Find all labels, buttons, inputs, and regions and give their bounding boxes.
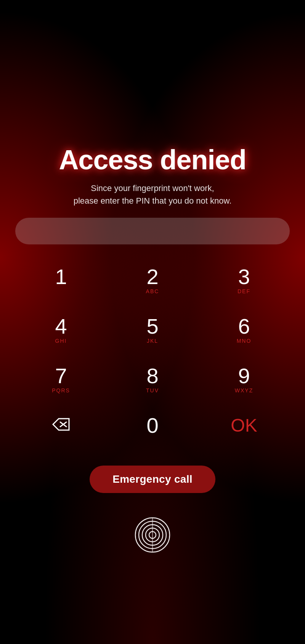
fingerprint-icon[interactable]: [133, 516, 172, 554]
keypad: 1 2 ABC 3 DEF 4 GHI 5 JKL 6 MNO 7 PQRS: [15, 256, 290, 454]
key-6[interactable]: 6 MNO: [198, 305, 290, 355]
key-0[interactable]: 0: [107, 405, 198, 454]
key-2[interactable]: 2 ABC: [107, 256, 198, 305]
key-9[interactable]: 9 WXYZ: [198, 355, 290, 405]
key-1[interactable]: 1: [15, 256, 107, 305]
key-ok[interactable]: OK: [198, 405, 290, 454]
pin-input-bar[interactable]: [15, 218, 290, 244]
key-5[interactable]: 5 JKL: [107, 305, 198, 355]
emergency-call-button[interactable]: Emergency call: [90, 466, 215, 493]
main-content: Access denied Since your fingerprint won…: [0, 0, 305, 554]
key-backspace[interactable]: [15, 405, 107, 454]
access-denied-subtitle: Since your fingerprint won't work, pleas…: [58, 182, 247, 207]
access-denied-title: Access denied: [59, 145, 246, 175]
key-8[interactable]: 8 TUV: [107, 355, 198, 405]
key-7[interactable]: 7 PQRS: [15, 355, 107, 405]
key-4[interactable]: 4 GHI: [15, 305, 107, 355]
key-3[interactable]: 3 DEF: [198, 256, 290, 305]
